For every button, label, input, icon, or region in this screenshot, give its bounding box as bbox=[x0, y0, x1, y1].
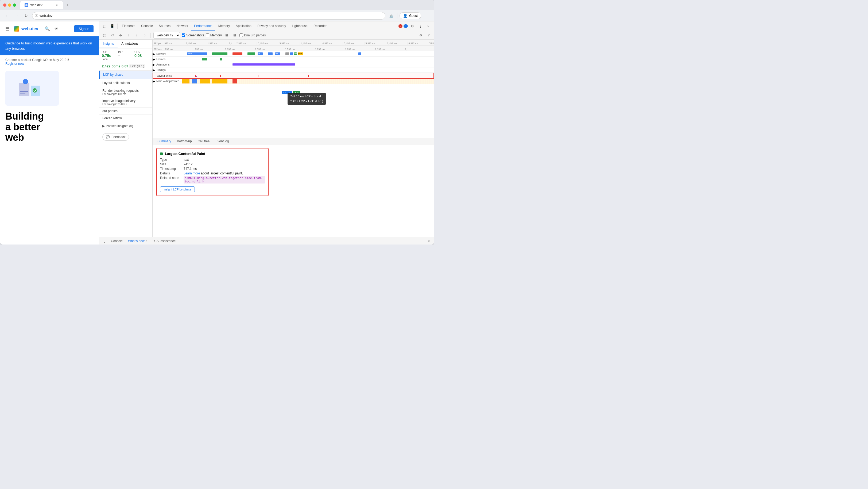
tab-annotations[interactable]: Annotations bbox=[118, 39, 142, 48]
close-bottom-bar-button[interactable]: × bbox=[426, 238, 432, 244]
reload-record-button[interactable]: ↺ bbox=[109, 32, 116, 38]
screenshots-checkbox[interactable] bbox=[182, 33, 185, 37]
more-tools-button[interactable]: ⋮ bbox=[417, 23, 424, 30]
ai-icon: ✦ bbox=[153, 239, 156, 243]
refresh-button[interactable]: ↻ bbox=[23, 12, 30, 20]
title-bar: web.dev × + ⋯ bbox=[0, 0, 434, 10]
window-menu-button[interactable]: ⋯ bbox=[423, 1, 431, 9]
tab-event-log[interactable]: Event log bbox=[213, 138, 231, 145]
annotations-tab-label: Annotations bbox=[121, 42, 138, 46]
clear-button[interactable]: ⊘ bbox=[117, 32, 124, 38]
track-main: ▶ Main — https://web.dev/ bbox=[153, 79, 434, 84]
passed-insights-header[interactable]: ▶ Passed insights (6) bbox=[99, 122, 152, 130]
tab-application[interactable]: Application bbox=[233, 21, 254, 31]
download-button[interactable]: ↓ bbox=[133, 32, 140, 38]
main-expand[interactable]: ▶ bbox=[153, 80, 155, 83]
tab-close-button[interactable]: × bbox=[55, 3, 59, 7]
lcp-details-row: Details Learn more about largest content… bbox=[160, 171, 265, 175]
insight-lcp-by-phase[interactable]: LCP by phase bbox=[99, 70, 152, 79]
net-bar-4 bbox=[247, 52, 255, 55]
browser-tab-webdev[interactable]: web.dev × bbox=[20, 1, 63, 9]
tab-bottom-up[interactable]: Bottom-up bbox=[174, 138, 194, 145]
bottom-more-icon[interactable]: ⋮ bbox=[101, 238, 108, 244]
devtools-icon-button[interactable]: 🔬 bbox=[388, 12, 395, 20]
devtools-element-picker[interactable]: ⬚ bbox=[101, 23, 108, 30]
promo-bar: Chrome is back at Google I/O on May 20-2… bbox=[0, 55, 99, 68]
tab-network[interactable]: Network bbox=[174, 21, 191, 31]
event-log-label: Event log bbox=[215, 139, 229, 143]
bottom-ai-tab[interactable]: ✦ AI assistance bbox=[151, 239, 178, 243]
window-controls: ⋯ bbox=[423, 1, 431, 9]
feedback-button[interactable]: 💬 Feedback bbox=[102, 133, 129, 141]
feedback-label: Feedback bbox=[112, 135, 126, 139]
home-button[interactable]: ⌂ bbox=[142, 32, 148, 38]
tab-elements[interactable]: Elements bbox=[119, 21, 138, 31]
address-bar[interactable]: ⓘ web.dev bbox=[32, 12, 385, 20]
learn-more-link[interactable]: Learn more bbox=[184, 171, 200, 175]
whats-new-close-icon[interactable]: × bbox=[146, 239, 148, 243]
forward-button[interactable]: → bbox=[13, 12, 20, 20]
lcp-panel: Largest Contentful Paint Type text Size … bbox=[156, 148, 269, 196]
memory-checkbox[interactable] bbox=[206, 33, 209, 37]
tab-call-tree[interactable]: Call tree bbox=[195, 138, 213, 145]
related-node[interactable]: h3#building-a-better-web-together.hide-f… bbox=[184, 176, 265, 183]
back-button[interactable]: ← bbox=[3, 12, 11, 20]
tab-application-label: Application bbox=[236, 24, 251, 28]
promo-link[interactable]: Register now bbox=[5, 62, 24, 65]
site-nav: ☰ web.dev 🔍 ☀ Sign in bbox=[0, 21, 99, 36]
tab-privacy[interactable]: Privacy and security bbox=[255, 21, 289, 31]
insight-image-delivery[interactable]: Improve image delivery Est savings: 25.0… bbox=[99, 97, 152, 108]
perf-settings-button[interactable]: ⚙ bbox=[417, 32, 424, 38]
close-window-button[interactable] bbox=[3, 3, 6, 7]
timings-expand[interactable]: ▶ bbox=[153, 68, 155, 72]
tab-console[interactable]: Console bbox=[138, 21, 156, 31]
dim-3rd-checkbox[interactable] bbox=[240, 33, 243, 37]
insight-lcp-button[interactable]: Insight LCP by phase bbox=[160, 186, 195, 192]
minimize-window-button[interactable] bbox=[8, 3, 11, 7]
cpu-label: CPU bbox=[429, 42, 434, 45]
signin-button[interactable]: Sign in bbox=[74, 25, 94, 32]
close-devtools-button[interactable]: × bbox=[425, 23, 432, 30]
ruler2-m7: 1,992 ms bbox=[344, 48, 374, 51]
frames-expand[interactable]: ▶ bbox=[153, 58, 155, 61]
search-icon[interactable]: 🔍 bbox=[44, 26, 50, 31]
capture-button[interactable]: ⊟ bbox=[231, 32, 238, 38]
track-network-label: Network bbox=[155, 52, 182, 55]
animations-expand[interactable]: ▶ bbox=[153, 63, 155, 67]
cls-field-value: 0.07 bbox=[122, 64, 128, 68]
tab-insights[interactable]: Insights bbox=[99, 39, 118, 48]
insight-3rd-parties[interactable]: 3rd parties bbox=[99, 108, 152, 115]
track-expand-icon[interactable]: ▶ bbox=[153, 52, 155, 56]
bottom-console-tab[interactable]: Console bbox=[109, 237, 125, 245]
tab-summary[interactable]: Summary bbox=[155, 138, 174, 145]
record-button[interactable]: ⬚ bbox=[101, 32, 108, 38]
guest-button[interactable]: 👤 Guest bbox=[400, 12, 421, 19]
ruler-mark-3: 1,992 ms bbox=[206, 42, 228, 45]
lcp-float-tooltip: 747.10 ms LCP – Local 2.42 s LCP – Field… bbox=[287, 93, 326, 105]
bottom-whats-new-tab[interactable]: What's new × bbox=[126, 239, 150, 243]
browser-menu-button[interactable]: ⋮ bbox=[423, 12, 431, 20]
memory-icon-button[interactable]: ⊞ bbox=[223, 32, 230, 38]
new-tab-button[interactable]: + bbox=[64, 2, 70, 8]
lcp-field-value: 2.42s bbox=[102, 64, 111, 68]
insight-render-blocking[interactable]: Render blocking requests Est savings: 40… bbox=[99, 87, 152, 97]
insight-forced-reflow[interactable]: Forced reflow bbox=[99, 115, 152, 122]
tab-memory[interactable]: Memory bbox=[216, 21, 232, 31]
tab-lighthouse[interactable]: Lighthouse bbox=[289, 21, 310, 31]
insight-layout-shift-culprits[interactable]: Layout shift culprits bbox=[99, 79, 152, 87]
session-select[interactable]: web.dev #2 bbox=[153, 32, 180, 38]
insights-sidebar: Insights Annotations LCP 0.75s Local bbox=[99, 39, 153, 237]
tab-performance[interactable]: Performance bbox=[191, 21, 215, 31]
maximize-window-button[interactable] bbox=[13, 3, 16, 7]
devtools-device-mode[interactable]: 📱 bbox=[109, 23, 116, 30]
lcp-label: LCP bbox=[102, 51, 117, 54]
theme-icon[interactable]: ☀ bbox=[54, 26, 58, 31]
tab-recorder[interactable]: Recorder bbox=[311, 21, 329, 31]
ruler2-m4: 1,392 ms bbox=[254, 48, 284, 51]
perf-help-button[interactable]: ? bbox=[426, 32, 432, 38]
hamburger-icon[interactable]: ☰ bbox=[5, 26, 10, 32]
svg-rect-5 bbox=[20, 93, 25, 94]
settings-button[interactable]: ⚙ bbox=[409, 23, 416, 30]
upload-button[interactable]: ↑ bbox=[125, 32, 132, 38]
tab-sources[interactable]: Sources bbox=[156, 21, 173, 31]
